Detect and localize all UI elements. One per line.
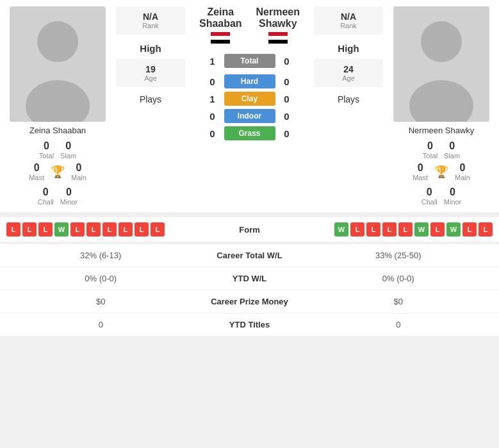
grass-surface-row: 0 Grass 0 [192,126,307,140]
left-player-card: Zeina Shaaban 0 Total 0 Slam 0 Mast 🏆 [3,6,112,206]
right-total-stat: 0 Total [423,140,438,160]
stats-row: 32% (6-13)Career Total W/L33% (25-50) [0,244,499,267]
left-minor-stat: 0 Minor [60,187,78,206]
indoor-surface-row: 0 Indoor 0 [192,109,307,123]
indoor-right: 0 [281,111,293,122]
right-plays-label: Plays [338,90,359,108]
clay-surface-row: 1 Clay 0 [192,92,307,106]
stats-left-value: $0 [10,297,192,306]
grass-left: 0 [206,128,219,139]
left-high-label: High [140,38,161,59]
hth-total-row: 1 Total 0 [192,54,307,68]
page-container: Zeina Shaaban 0 Total 0 Slam 0 Mast 🏆 [0,0,499,336]
right-main-stat: 0 Main [455,162,470,181]
left-player-top-stats: 0 Total 0 Slam [39,140,76,160]
grass-btn: Grass [224,126,275,140]
main-area: Zeina Shaaban 0 Total 0 Slam 0 Mast 🏆 [0,0,499,212]
form-badge: W [414,222,429,236]
hard-surface-row: 0 Hard 0 [192,74,307,88]
left-player-avatar [10,6,106,122]
form-badge: L [479,222,493,236]
left-trophy-icon: 🏆 [51,165,65,179]
form-badge: L [6,222,20,236]
left-total-stat: 0 Total [39,140,54,160]
grass-right: 0 [281,128,293,139]
form-badge: W [334,222,348,236]
form-badge: L [151,222,165,236]
stats-center-label: Career Total W/L [192,251,307,260]
stats-left-value: 0% (0-0) [10,274,192,283]
left-player-name: Zeina Shaaban [29,126,86,135]
stats-center-label: YTD W/L [192,274,307,283]
right-player-avatar [393,6,489,122]
form-badge: W [446,222,461,236]
stats-right-value: $0 [307,297,490,306]
left-flag [211,32,230,44]
right-trophy-row: 0 Mast 🏆 0 Main [413,162,470,181]
form-badge: L [366,222,380,236]
hard-right: 0 [281,76,293,87]
left-mast-stat: 0 Mast [29,162,44,181]
surface-rows: 0 Hard 0 1 Clay 0 0 Indoor 0 0 Grass [192,74,307,140]
form-badge: W [54,222,69,236]
stats-row: 0% (0-0)YTD W/L0% (0-0) [0,267,499,290]
right-rank-panel: N/A Rank [314,6,383,35]
left-plays-label: Plays [140,90,161,108]
svg-point-4 [421,21,462,62]
indoor-btn: Indoor [224,109,275,123]
clay-btn: Clay [224,92,275,106]
clay-left: 1 [206,94,219,104]
left-slam-stat: 0 Slam [60,140,76,160]
form-badge: L [22,222,37,236]
right-player-card: Nermeen Shawky 0 Total 0 Slam 0 Mast 🏆 [387,6,496,206]
right-mast-stat: 0 Mast [413,162,428,181]
right-player-bottom-stats: 0 Chall 0 Minor [421,187,462,206]
form-badge: L [430,222,445,236]
left-player-header: Zeina Shaaban [199,6,242,46]
right-trophy-icon: 🏆 [434,165,448,179]
stats-row: 0YTD Titles0 [0,313,499,336]
form-badge: L [382,222,397,236]
form-badge: L [119,222,133,236]
left-age-panel: 19 Age [116,59,185,87]
form-badge: L [70,222,85,236]
stats-right-value: 0 [307,320,490,329]
form-badge: L [462,222,477,236]
form-badge: L [38,222,53,236]
right-stats-panel: N/A Rank High 24 Age Plays [310,6,387,206]
right-player-top-stats: 0 Total 0 Slam [423,140,460,160]
right-slam-stat: 0 Slam [444,140,460,160]
form-badge: L [398,222,413,236]
stats-left-value: 0 [10,320,192,329]
svg-point-1 [37,21,78,62]
form-badge: L [135,222,149,236]
stats-right-value: 33% (25-50) [307,251,490,260]
player-names-row: Zeina Shaaban Nermeen Shawky [192,6,307,46]
left-player-bottom-stats: 0 Chall 0 Minor [38,187,78,206]
form-badge: L [86,222,101,236]
hard-left: 0 [206,76,219,87]
right-age-panel: 24 Age [314,59,383,87]
right-form-badges: WLLLLWLWLL [288,222,493,236]
left-trophy-row: 0 Mast 🏆 0 Main [29,162,86,181]
right-minor-stat: 0 Minor [444,187,462,206]
hth-total-left: 1 [206,56,219,67]
right-player-header: Nermeen Shawky [256,6,300,46]
form-section: LLLWLLLLLL Form WLLLLWLWLL [0,217,499,242]
hard-btn: Hard [224,74,275,88]
right-player-name: Nermeen Shawky [409,126,475,135]
right-chall-stat: 0 Chall [421,187,438,206]
hth-total-right: 0 [281,56,293,67]
clay-right: 0 [281,94,293,104]
form-label: Form [211,225,288,235]
left-stats-panel: N/A Rank High 19 Age Plays [112,6,189,206]
stats-rows: 32% (6-13)Career Total W/L33% (25-50)0% … [0,244,499,336]
left-main-stat: 0 Main [71,162,86,181]
total-label: Total [224,54,275,68]
center-column: Zeina Shaaban Nermeen Shawky 1 Total [189,6,310,206]
stats-center-label: Career Prize Money [192,297,307,306]
left-form-badges: LLLWLLLLLL [6,222,211,236]
left-chall-stat: 0 Chall [38,187,54,206]
stats-left-value: 32% (6-13) [10,251,192,260]
right-flag [268,32,288,44]
